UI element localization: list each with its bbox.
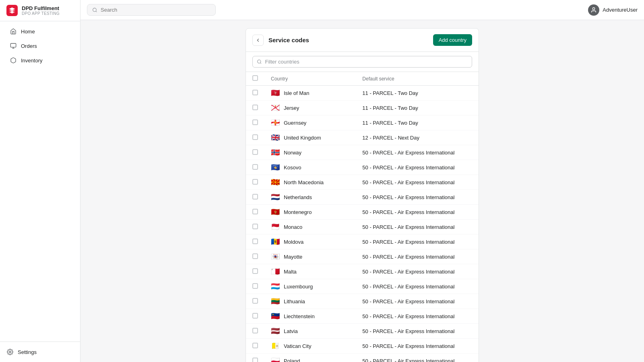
country-name: Isle of Man <box>284 90 310 96</box>
table-row[interactable]: 🇲🇹 Malta 50 - PARCEL - Air Express Inter… <box>246 264 479 279</box>
row-service-cell: 11 - PARCEL - Two Day <box>356 101 479 115</box>
table-row[interactable]: 🇳🇱 Netherlands 50 - PARCEL - Air Express… <box>246 190 479 205</box>
table-header: Country Default service <box>246 72 479 86</box>
svg-point-3 <box>9 351 11 353</box>
row-country-cell: 🇯🇪 Jersey <box>264 101 356 115</box>
row-service-cell: 50 - PARCEL - Air Express International <box>356 175 479 190</box>
row-service-cell: 50 - PARCEL - Air Express International <box>356 145 479 160</box>
row-checkbox-cell <box>246 234 264 249</box>
back-button[interactable] <box>252 35 264 46</box>
row-country-cell: 🇳🇴 Norway <box>264 145 356 160</box>
row-checkbox[interactable] <box>252 149 258 155</box>
row-checkbox[interactable] <box>252 358 258 362</box>
row-checkbox-cell <box>246 324 264 339</box>
col-country-header: Country <box>264 72 356 86</box>
row-checkbox-cell <box>246 294 264 309</box>
country-name: North Macedonia <box>284 179 324 185</box>
add-country-button[interactable]: Add country <box>433 34 472 46</box>
table-row[interactable]: 🇯🇪 Jersey 11 - PARCEL - Two Day <box>246 101 479 115</box>
search-bar[interactable] <box>87 4 216 16</box>
row-checkbox[interactable] <box>252 253 258 259</box>
row-checkbox[interactable] <box>252 179 258 185</box>
row-checkbox[interactable] <box>252 313 258 319</box>
table-row[interactable]: 🇱🇺 Luxembourg 50 - PARCEL - Air Express … <box>246 279 479 294</box>
row-checkbox-cell <box>246 220 264 234</box>
country-flag: 🇲🇨 <box>271 223 280 230</box>
sidebar-app-name: DPD Fulfilment <box>22 5 60 12</box>
row-checkbox-cell <box>246 160 264 175</box>
filter-countries-input[interactable] <box>265 59 468 65</box>
table-row[interactable]: 🇳🇴 Norway 50 - PARCEL - Air Express Inte… <box>246 145 479 160</box>
select-all-checkbox[interactable] <box>252 75 258 81</box>
page-title: Service codes <box>268 37 309 43</box>
table-row[interactable]: 🇲🇨 Monaco 50 - PARCEL - Air Express Inte… <box>246 220 479 234</box>
row-checkbox[interactable] <box>252 298 258 304</box>
country-flag: 🇱🇺 <box>271 283 280 290</box>
user-name: AdventureUser <box>603 7 638 13</box>
table-row[interactable]: 🇬🇬 Guernsey 11 - PARCEL - Two Day <box>246 115 479 130</box>
country-name: Kosovo <box>284 165 301 171</box>
table-row[interactable]: 🇲🇰 North Macedonia 50 - PARCEL - Air Exp… <box>246 175 479 190</box>
row-checkbox[interactable] <box>252 119 258 125</box>
sidebar: DPD Fulfilment DPO APP TESTING Home Orde… <box>0 0 80 362</box>
row-checkbox[interactable] <box>252 90 258 95</box>
row-checkbox-cell <box>246 86 264 101</box>
table-row[interactable]: 🇱🇮 Liechtenstein 50 - PARCEL - Air Expre… <box>246 309 479 324</box>
table-row[interactable]: 🇬🇧 United Kingdom 12 - PARCEL - Next Day <box>246 130 479 145</box>
row-country-cell: 🇱🇮 Liechtenstein <box>264 309 356 324</box>
row-checkbox[interactable] <box>252 209 258 214</box>
sidebar-logo <box>6 5 18 16</box>
country-name: Norway <box>284 150 301 156</box>
table-row[interactable]: 🇱🇻 Latvia 50 - PARCEL - Air Express Inte… <box>246 324 479 339</box>
table-row[interactable]: 🇱🇹 Lithuania 50 - PARCEL - Air Express I… <box>246 294 479 309</box>
row-service-cell: 50 - PARCEL - Air Express International <box>356 354 479 362</box>
sidebar-header: DPD Fulfilment DPO APP TESTING <box>0 0 80 21</box>
filter-input-wrap[interactable] <box>252 56 472 68</box>
sidebar-bottom: Settings <box>0 341 80 362</box>
row-checkbox[interactable] <box>252 239 258 244</box>
country-name: Luxembourg <box>284 284 313 290</box>
sidebar-item-home[interactable]: Home <box>3 25 77 38</box>
table-row[interactable]: 🇾🇹 Mayotte 50 - PARCEL - Air Express Int… <box>246 249 479 264</box>
country-name: Moldova <box>284 239 303 245</box>
row-country-cell: 🇲🇨 Monaco <box>264 220 356 234</box>
row-country-cell: 🇲🇪 Montenegro <box>264 205 356 220</box>
country-flag: 🇮🇲 <box>271 89 280 97</box>
row-checkbox[interactable] <box>252 224 258 229</box>
country-name: Mayotte <box>284 254 302 260</box>
back-arrow-icon <box>255 37 261 43</box>
card-header-left: Service codes <box>252 35 309 46</box>
row-checkbox[interactable] <box>252 134 258 140</box>
country-name: Latvia <box>284 328 298 334</box>
table-row[interactable]: 🇲🇩 Moldova 50 - PARCEL - Air Express Int… <box>246 234 479 249</box>
row-checkbox-cell <box>246 309 264 324</box>
sidebar-item-inventory[interactable]: Inventory <box>3 53 77 67</box>
svg-line-5 <box>96 11 97 12</box>
row-checkbox[interactable] <box>252 268 258 274</box>
user-area[interactable]: AdventureUser <box>588 4 638 16</box>
row-country-cell: 🇬🇧 United Kingdom <box>264 130 356 145</box>
table-row[interactable]: 🇮🇲 Isle of Man 11 - PARCEL - Two Day <box>246 86 479 101</box>
row-checkbox[interactable] <box>252 164 258 170</box>
row-checkbox-cell <box>246 101 264 115</box>
sidebar-item-orders[interactable]: Orders <box>3 39 77 53</box>
row-checkbox[interactable] <box>252 343 258 348</box>
table-row[interactable]: 🇵🇱 Poland 50 - PARCEL - Air Express Inte… <box>246 354 479 362</box>
search-input[interactable] <box>101 7 211 13</box>
sidebar-item-settings[interactable]: Settings <box>3 345 77 359</box>
row-service-cell: 50 - PARCEL - Air Express International <box>356 205 479 220</box>
row-checkbox[interactable] <box>252 194 258 200</box>
table-row[interactable]: 🇽🇰 Kosovo 50 - PARCEL - Air Express Inte… <box>246 160 479 175</box>
table-row[interactable]: 🇲🇪 Montenegro 50 - PARCEL - Air Express … <box>246 205 479 220</box>
row-checkbox[interactable] <box>252 283 258 289</box>
row-service-cell: 50 - PARCEL - Air Express International <box>356 264 479 279</box>
row-checkbox[interactable] <box>252 328 258 333</box>
row-service-cell: 50 - PARCEL - Air Express International <box>356 249 479 264</box>
row-checkbox-cell <box>246 354 264 362</box>
main: AdventureUser Service codes Add country <box>80 0 644 362</box>
table-row[interactable]: 🇻🇦 Vatican City 50 - PARCEL - Air Expres… <box>246 339 479 354</box>
row-service-cell: 11 - PARCEL - Two Day <box>356 115 479 130</box>
topbar: AdventureUser <box>80 0 644 20</box>
sidebar-label-inventory: Inventory <box>21 58 42 64</box>
row-checkbox[interactable] <box>252 105 258 110</box>
